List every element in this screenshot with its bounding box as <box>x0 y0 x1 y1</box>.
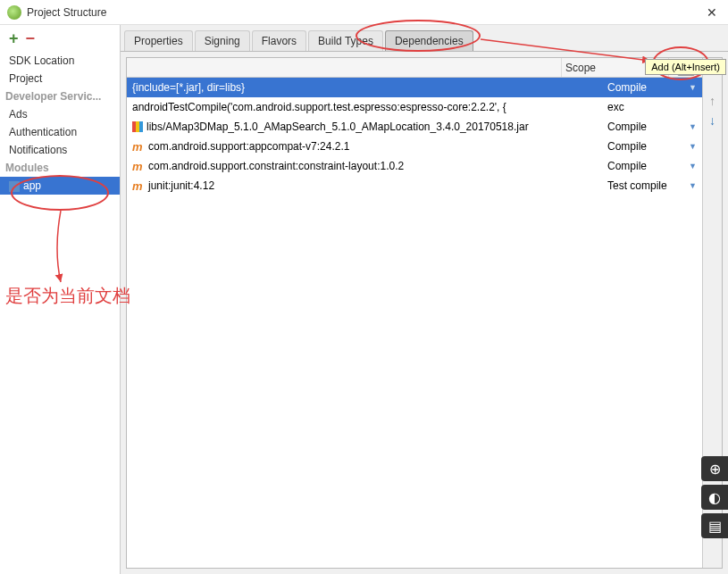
table-row[interactable]: androidTestCompile('com.android.support.… <box>127 97 702 117</box>
search-bubble-icon[interactable]: ◐ <box>701 485 728 510</box>
close-icon[interactable]: ✕ <box>703 5 721 20</box>
table-row[interactable]: mjunit:junit:4.12 Test compile▼ <box>127 176 702 195</box>
maven-icon: m <box>132 179 145 193</box>
move-down-icon[interactable]: ↓ <box>709 113 715 128</box>
tab-signing[interactable]: Signing <box>195 30 250 51</box>
dep-name: androidTestCompile('com.android.support.… <box>132 101 506 113</box>
dep-scope[interactable]: Compile <box>607 160 647 172</box>
chevron-down-icon[interactable]: ▼ <box>689 122 697 131</box>
dep-name: junit:junit:4.12 <box>148 179 214 192</box>
add-module-icon[interactable]: + <box>9 29 19 48</box>
title-bar: Project Structure ✕ <box>0 0 728 25</box>
toolbox-icon[interactable]: ▤ <box>701 513 728 538</box>
dep-name: {include=[*.jar], dir=libs} <box>132 81 245 94</box>
add-tooltip: Add (Alt+Insert) <box>645 59 726 75</box>
table-row[interactable]: libs/AMap3DMap_5.1.0_AMapSearch_5.1.0_AM… <box>127 117 702 137</box>
chevron-down-icon[interactable]: ▼ <box>689 162 697 171</box>
move-up-icon[interactable]: ↑ <box>709 94 715 108</box>
chevron-down-icon[interactable]: ▼ <box>689 83 697 92</box>
dep-name: com.android.support.constraint:constrain… <box>148 160 404 172</box>
tab-properties[interactable]: Properties <box>124 30 193 51</box>
remove-module-icon[interactable]: − <box>26 29 36 48</box>
dep-scope[interactable]: exc <box>607 101 624 113</box>
chevron-down-icon[interactable]: ▼ <box>689 142 697 151</box>
dep-scope[interactable]: Test compile <box>607 179 667 192</box>
jar-icon <box>132 121 143 132</box>
maven-icon: m <box>132 160 145 173</box>
chevron-down-icon[interactable]: ▼ <box>689 181 697 190</box>
floating-icons: ⊕ ◐ ▤ <box>701 456 728 538</box>
tab-build-types[interactable]: Build Types <box>308 30 383 51</box>
column-name <box>127 58 561 77</box>
window-title: Project Structure <box>27 6 703 19</box>
sidebar-toolbar: + − <box>0 25 120 52</box>
zoom-in-icon[interactable]: ⊕ <box>701 456 728 481</box>
table-row[interactable]: mcom.android.support.constraint:constrai… <box>127 156 702 176</box>
tab-flavors[interactable]: Flavors <box>252 30 306 51</box>
tabs: Properties Signing Flavors Build Types D… <box>121 25 728 52</box>
sidebar-item-ads[interactable]: Ads <box>0 105 120 123</box>
module-label: app <box>23 179 41 192</box>
app-logo-icon <box>7 5 21 20</box>
sidebar-item-authentication[interactable]: Authentication <box>0 123 120 141</box>
dependencies-rows: {include=[*.jar], dir=libs} Compile▼ and… <box>127 78 702 568</box>
table-row[interactable]: {include=[*.jar], dir=libs} Compile▼ <box>127 78 702 97</box>
dep-name: com.android.support:appcompat-v7:24.2.1 <box>148 140 349 153</box>
sidebar-item-app[interactable]: app <box>0 177 120 195</box>
sidebar-item-project[interactable]: Project <box>0 70 120 87</box>
dep-scope[interactable]: Compile <box>607 121 647 133</box>
module-icon <box>9 181 20 192</box>
dep-name: libs/AMap3DMap_5.1.0_AMapSearch_5.1.0_AM… <box>146 121 529 133</box>
table-row[interactable]: mcom.android.support:appcompat-v7:24.2.1… <box>127 137 702 156</box>
dep-scope[interactable]: Compile <box>607 140 647 153</box>
dependencies-header: Scope + <box>127 58 702 78</box>
content-area: Properties Signing Flavors Build Types D… <box>121 25 728 574</box>
sidebar-list: SDK Location Project Developer Servic...… <box>0 52 120 574</box>
sidebar-item-notifications[interactable]: Notifications <box>0 141 120 159</box>
sidebar: + − SDK Location Project Developer Servi… <box>0 25 121 574</box>
tab-dependencies[interactable]: Dependencies <box>385 30 473 51</box>
dependencies-table: Scope + {include=[*.jar], dir=libs} Comp… <box>127 58 702 568</box>
dep-scope[interactable]: Compile <box>607 81 647 94</box>
sidebar-item-sdk-location[interactable]: SDK Location <box>0 52 120 70</box>
sidebar-heading-modules: Modules <box>0 159 120 177</box>
maven-icon: m <box>132 140 145 154</box>
dependencies-panel: Scope + {include=[*.jar], dir=libs} Comp… <box>126 57 723 569</box>
sidebar-heading-developer-services: Developer Servic... <box>0 87 120 105</box>
